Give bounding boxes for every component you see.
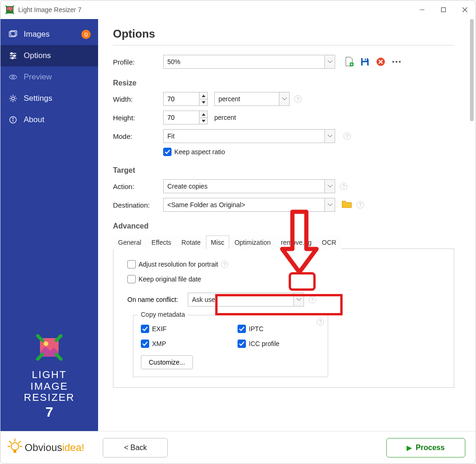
height-spinner[interactable]: 70 [163, 111, 208, 124]
main-scrollbar[interactable] [470, 19, 475, 431]
sidebar-item-options[interactable]: Options [0, 45, 98, 66]
sidebar-item-preview[interactable]: Preview [0, 66, 98, 88]
destination-label: Destination: [113, 201, 163, 209]
action-label: Action: [113, 183, 163, 190]
play-icon: ▶ [407, 444, 412, 451]
tab-effects[interactable]: Effects [146, 235, 177, 249]
mode-combo[interactable]: Fit [163, 129, 335, 143]
process-button-label: Process [416, 444, 444, 452]
product-name-line3: RESIZER [24, 392, 74, 403]
sidebar-item-label: Settings [24, 94, 52, 103]
action-value: Create copies [164, 180, 324, 193]
app-window: Light Image Resizer 7 Images [0, 0, 476, 464]
keep-original-date-checkbox[interactable]: Keep original file date [127, 275, 443, 283]
tab-misc[interactable]: Misc [206, 235, 230, 249]
svg-point-12 [12, 57, 13, 59]
adjust-resolution-portrait-checkbox[interactable]: Adjust resolution for portrait ? [127, 260, 443, 268]
profile-value: 50% [164, 55, 324, 68]
tab-ocr[interactable]: OCR [317, 235, 341, 249]
copy-metadata-legend: Copy metadata [138, 311, 188, 318]
images-count-badge: 0 [81, 30, 91, 39]
advanced-tabs: General Effects Rotate Misc Optimization… [113, 235, 454, 249]
target-section-heading: Target [113, 166, 454, 175]
back-button[interactable]: < Back [103, 438, 168, 457]
width-spinner[interactable]: 70 [163, 92, 208, 106]
close-button[interactable] [454, 0, 476, 19]
meta-icc-checkbox[interactable]: ICC profile [238, 340, 320, 348]
svg-line-36 [19, 441, 20, 443]
help-icon[interactable]: ? [294, 95, 302, 103]
tab-rotate[interactable]: Rotate [176, 235, 205, 249]
vendor-brand-accent: idea! [62, 442, 85, 453]
help-icon[interactable]: ? [221, 261, 228, 268]
browse-folder-button[interactable] [342, 200, 352, 210]
svg-point-31 [399, 61, 401, 63]
mode-value: Fit [164, 130, 324, 143]
chevron-down-icon[interactable] [324, 55, 335, 68]
help-icon[interactable]: ? [340, 183, 347, 190]
meta-exif-checkbox[interactable]: EXIF [141, 325, 224, 333]
advanced-section-heading: Advanced [113, 222, 454, 230]
product-name-line2: IMAGE [31, 381, 68, 392]
profile-new-button[interactable] [344, 56, 355, 67]
product-logo-icon [33, 331, 66, 366]
profile-combo[interactable]: 50% [163, 55, 335, 69]
tab-optimization[interactable]: Optimization [229, 235, 276, 249]
sidebar-item-images[interactable]: Images 0 [0, 24, 98, 45]
spin-up-icon[interactable] [199, 92, 207, 99]
maximize-button[interactable] [433, 0, 454, 19]
chevron-down-icon[interactable] [293, 293, 304, 306]
name-conflict-value: Ask user [188, 293, 293, 306]
meta-xmp-label: XMP [152, 340, 166, 347]
product-version: 7 [46, 404, 53, 420]
spin-up-icon[interactable] [199, 111, 207, 118]
sidebar-item-settings[interactable]: Settings [0, 88, 98, 109]
meta-iptc-checkbox[interactable]: IPTC [238, 325, 320, 333]
tab-removebg[interactable]: remove.bg [276, 235, 317, 249]
main-scrollbar-thumb[interactable] [470, 19, 474, 121]
keep-aspect-ratio-checkbox[interactable]: Keep aspect ratio [163, 148, 225, 156]
process-button[interactable]: ▶ Process [386, 438, 465, 457]
svg-point-8 [11, 52, 13, 54]
vendor-brand[interactable]: Obviousidea! [7, 438, 84, 457]
svg-point-17 [13, 118, 13, 119]
spin-down-icon[interactable] [199, 118, 207, 124]
keep-original-date-label: Keep original file date [139, 275, 201, 283]
chevron-down-icon[interactable] [324, 180, 335, 193]
chevron-down-icon[interactable] [324, 130, 335, 143]
destination-combo[interactable]: <Same Folder as Original> [163, 198, 335, 212]
product-name-line1: LIGHT [32, 369, 67, 380]
height-unit-label: percent [214, 114, 236, 121]
help-icon[interactable]: ? [309, 296, 316, 303]
lightbulb-icon [7, 438, 23, 457]
adjust-resolution-portrait-label: Adjust resolution for portrait [139, 261, 218, 268]
meta-iptc-label: IPTC [249, 325, 264, 333]
eye-icon [8, 73, 18, 81]
destination-value: <Same Folder as Original> [164, 198, 324, 211]
profile-save-button[interactable] [359, 56, 370, 67]
profile-delete-button[interactable] [375, 56, 386, 67]
help-icon[interactable]: ? [357, 201, 364, 209]
width-unit-combo[interactable]: percent [214, 92, 290, 106]
height-value: 70 [164, 111, 199, 124]
customize-metadata-button[interactable]: Customize... [141, 355, 193, 369]
tab-general[interactable]: General [113, 235, 146, 249]
profile-more-button[interactable] [391, 56, 402, 67]
action-combo[interactable]: Create copies [163, 179, 335, 193]
titlebar: Light Image Resizer 7 [0, 0, 476, 19]
sidebar: Images 0 Options [0, 19, 98, 431]
help-icon[interactable]: ? [317, 318, 324, 326]
minimize-button[interactable] [411, 0, 433, 19]
sidebar-footer: LIGHT IMAGE RESIZER 7 [0, 331, 98, 431]
sidebar-item-about[interactable]: About [0, 109, 98, 131]
spin-down-icon[interactable] [199, 99, 207, 105]
help-icon[interactable]: ? [344, 132, 351, 140]
name-conflict-combo[interactable]: Ask user [188, 293, 304, 307]
meta-xmp-checkbox[interactable]: XMP [141, 340, 224, 348]
sidebar-item-label: About [24, 115, 44, 124]
images-icon [8, 30, 18, 39]
chevron-down-icon[interactable] [279, 92, 289, 105]
sidebar-item-label: Options [24, 51, 51, 60]
svg-rect-25 [365, 59, 366, 60]
chevron-down-icon[interactable] [324, 198, 335, 211]
